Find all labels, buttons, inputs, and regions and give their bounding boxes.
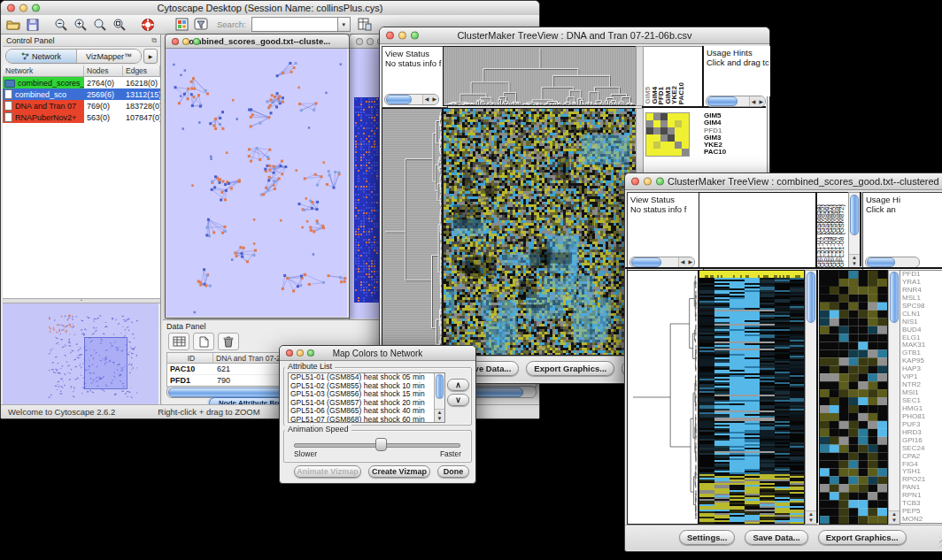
speed-slider[interactable] [294,438,460,450]
save-session-icon[interactable] [24,17,42,33]
zoom-selected-icon[interactable] [111,17,128,33]
network-row[interactable]: combined_scores_ 2764(0) 16218(0) [3,77,160,88]
network-row[interactable]: RNAPuberNov2+ 563(0) 107847(0) [3,111,160,123]
tab-overflow-arrow[interactable]: ▶ [143,49,158,64]
view-status-title: View Status [385,49,444,58]
treeview2-footer-button[interactable]: Settings... [679,530,735,545]
window-controls [7,4,40,12]
column-labels-vscrollbar[interactable]: ▲▼ [848,192,861,268]
treeview2-buttons: Settings...Save Data...Export Graphics..… [679,530,916,545]
treeview2-window: ClusterMaker TreeView : combined_scores_… [624,173,942,552]
network-row[interactable]: combined_sco 2569(6) 13112(15) [3,88,160,100]
network-view-1-titlebar[interactable]: combined_scores_good.txt--cluste... [166,35,349,49]
treeview2-footer-button[interactable]: Export Graphics... [818,530,907,545]
minimize-button[interactable] [19,4,27,12]
attribute-value: 621 [213,364,230,373]
row-dendrogram-canvas[interactable] [627,270,699,525]
dialog-title: Map Colors to Network [333,349,423,358]
column-dendrogram-canvas[interactable] [443,46,637,106]
treeview2-footer-button[interactable]: Save Data... [745,530,807,545]
zoom-button[interactable] [656,178,664,186]
select-attributes-icon[interactable] [168,333,189,350]
attribute-list-item[interactable]: GPL51-07 (GSM868) heat shock 60 min [290,416,444,423]
open-session-icon[interactable] [4,17,22,33]
heatmap-canvas[interactable] [443,108,637,356]
network-row[interactable]: DNA and Tran 07 769(0) 183728(0) [3,100,160,111]
float-panel-icon[interactable]: ⧉ [151,36,157,45]
view-status-hscrollbar[interactable]: ◀▶ [384,94,439,105]
network-edges: 13112(15) [123,90,160,99]
close-button[interactable] [631,178,639,186]
treeview1-column-labels[interactable]: GIM5GIM4PFD1GIM3YKE2PAC10 [645,48,687,104]
tab-vizmapper[interactable]: VizMapper™ [76,50,141,63]
move-down-button[interactable]: ∨ [447,394,469,406]
move-up-button[interactable]: ∧ [447,379,469,391]
attribute-list-vscrollbar[interactable]: ▲▼ [434,373,444,422]
usage-hints-hscrollbar[interactable]: ◀▶ [706,96,766,107]
row-dendrogram-canvas[interactable] [382,108,443,356]
network-overview-canvas[interactable] [3,303,158,404]
minimize-button[interactable] [367,38,374,45]
attribute-listbox[interactable]: GPL51-01 (GSM854) heat shock 05 minGPL51… [288,372,445,423]
zoom-out-icon[interactable] [52,17,70,33]
network-overview-panel[interactable] [3,303,160,404]
zoom-heatmap-canvas[interactable] [819,270,888,525]
search-input[interactable] [251,17,338,32]
network-edges: 107847(0) [123,113,160,122]
treeview1-titlebar[interactable]: ClusterMaker TreeView : DNA and Tran 07-… [380,27,769,44]
network-view-1-title: combined_scores_good.txt--cluste... [184,36,330,46]
zoom-heatmap-vscrollbar[interactable]: ▲▼ [888,270,900,525]
treeview2-titlebar[interactable]: ClusterMaker TreeView : combined_scores_… [625,173,942,190]
slider-thumb[interactable] [375,438,387,451]
filter-icon[interactable] [192,17,210,33]
close-button[interactable] [7,4,15,12]
dialog-titlebar[interactable]: Map Colors to Network [280,346,475,361]
correlation-mini-heatmap[interactable] [645,112,690,157]
close-button[interactable] [386,32,394,40]
column-scroll-strip[interactable] [636,46,644,106]
treeview2-gene-list[interactable]: PFD1YRA1RNR4MSL1SPC98CLN1NIS1BUD4ELG1MAK… [900,270,942,524]
zoom-button[interactable] [307,349,314,357]
control-panel: Control Panel ⧉ Network VizMapper™ ▶ Ne [3,35,161,404]
global-heatmap-canvas[interactable] [699,270,805,525]
column-dendrogram-area[interactable] [699,192,816,268]
network-view-window-1: combined_scores_good.txt--cluste... [165,34,350,318]
zoom-button[interactable] [32,4,40,12]
done-button[interactable]: Done [437,465,469,478]
cytoscape-titlebar[interactable]: Cytoscape Desktop (Session Name: collins… [1,1,539,16]
global-heatmap-vscrollbar[interactable]: ▲▼ [805,270,817,525]
create-vizmap-button[interactable]: Create Vizmap [368,465,430,478]
zoom-in-icon[interactable] [72,17,89,33]
network-table-body: combined_scores_ 2764(0) 16218(0) combin… [3,77,160,123]
search-dropdown-arrow[interactable]: ▼ [338,17,351,32]
zoom-button[interactable] [193,38,200,45]
minimize-button[interactable] [644,178,652,186]
animate-vizmap-button[interactable]: Animate Vizmap [294,465,361,478]
help-icon[interactable] [139,17,157,33]
treeview1-footer-button[interactable]: Export Graphics... [526,361,614,376]
table-icon[interactable] [356,17,374,33]
network-name: RNAPuberNov2+ [15,113,76,122]
usage-hints-title: Usage Hints [706,48,768,58]
tab-network[interactable]: Network [6,50,76,63]
view-status-text: No status info f [385,58,444,68]
network-nodes: 2569(6) [84,90,123,99]
treeview2-column-labels[interactable]: GPL51-01 (GSM854)GPL51-02 (GSM855)GPL51-… [816,192,849,268]
network-edges: 16218(0) [123,79,160,88]
zoom-button[interactable] [411,32,419,40]
minimize-button[interactable] [297,349,304,357]
zoom-fit-icon[interactable] [91,17,109,33]
animation-speed-label: Animation Speed [285,425,351,433]
vizmapper-icon[interactable] [173,17,190,33]
delete-attribute-icon[interactable] [218,333,239,350]
window-title: Cytoscape Desktop (Session Name: collins… [158,3,383,13]
network-canvas-1[interactable] [166,49,347,317]
treeview1-gene-list[interactable]: GIM5GIM4PFD1GIM3YKE2PAC10 [704,112,743,158]
slower-label: Slower [294,449,317,458]
close-button[interactable] [356,38,363,45]
minimize-button[interactable] [398,32,406,40]
close-button[interactable] [286,349,293,357]
close-button[interactable] [172,38,179,45]
new-attribute-icon[interactable] [193,333,214,350]
minimize-button[interactable] [182,38,189,45]
